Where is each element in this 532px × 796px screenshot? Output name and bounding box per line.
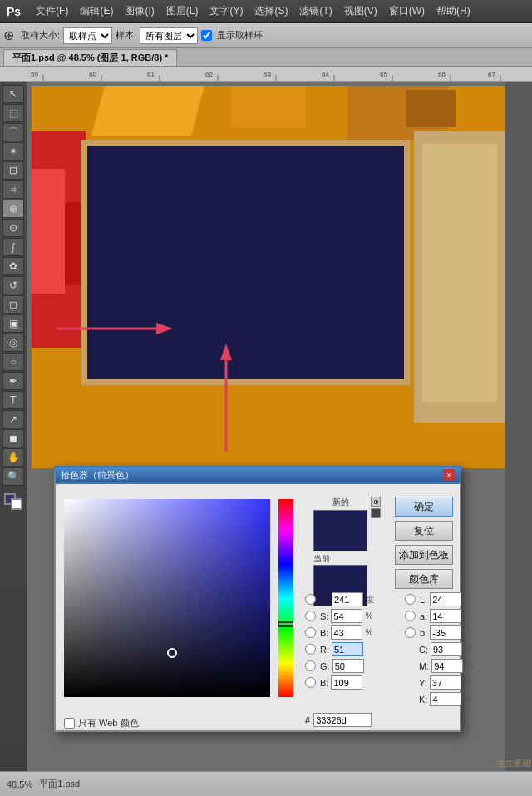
dialog-close-button[interactable]: × (443, 469, 455, 481)
Y-unit: % (464, 678, 471, 687)
document-tab[interactable]: 平面1.psd @ 48.5% (图层 1, RGB/8) * (3, 49, 177, 66)
color-inputs-lab-cmyk: L: a: b: C: % M: % (405, 592, 473, 706)
hand-tool[interactable]: ✋ (2, 448, 24, 467)
pen-tool[interactable]: ✒ (2, 372, 24, 390)
K-label: K: (419, 695, 427, 705)
L-input[interactable] (430, 592, 461, 606)
red-input[interactable] (332, 642, 363, 656)
eraser-tool[interactable]: ◻ (2, 295, 24, 314)
green-input-row: G: (305, 659, 374, 673)
new-color-swatch (313, 510, 367, 551)
L-radio[interactable] (405, 594, 416, 605)
blue-radio[interactable] (305, 677, 316, 688)
menu-layer[interactable]: 图层(L) (161, 2, 204, 20)
background-color-swatch[interactable] (11, 498, 22, 510)
blur-tool[interactable]: ◎ (2, 334, 24, 352)
a-input-row: a: (405, 609, 473, 623)
move-tool[interactable]: ↖ (2, 85, 24, 103)
green-label: G: (320, 661, 330, 671)
show-ring-label: 显示取样环 (217, 29, 263, 42)
menu-file[interactable]: 文件(F) (31, 2, 73, 20)
lasso-tool[interactable]: ⌒ (2, 123, 24, 141)
eyedropper-tool active[interactable]: ⊕ (2, 200, 24, 218)
new-color-label: 新的 (313, 497, 367, 508)
gradient-tool[interactable]: ▣ (2, 314, 24, 333)
svg-text:67: 67 (488, 71, 495, 78)
svg-text:65: 65 (380, 71, 387, 78)
path-selection-tool[interactable]: ↗ (2, 410, 24, 428)
green-input[interactable] (332, 659, 364, 673)
hue-slider[interactable] (278, 499, 293, 697)
add-swatch-button[interactable]: 添加到色板 (395, 545, 453, 565)
ps-logo: Ps (3, 3, 24, 20)
brightness-radio[interactable] (305, 627, 316, 638)
color-preview-area: 新的 当前 ⊕ (313, 497, 367, 606)
menu-window[interactable]: 窗口(W) (384, 2, 430, 20)
sample-source-select[interactable]: 所有图层 (140, 27, 198, 44)
hex-input[interactable] (313, 713, 372, 727)
Y-label: Y: (419, 678, 427, 688)
saturation-radio[interactable] (305, 611, 316, 621)
menu-image[interactable]: 图像(I) (120, 2, 159, 20)
reset-button[interactable]: 复位 (395, 521, 453, 541)
show-ring-checkbox[interactable] (201, 30, 212, 41)
hue-radio[interactable] (305, 594, 316, 605)
menu-view[interactable]: 视图(V) (339, 2, 382, 20)
color-swatch-small (371, 508, 381, 518)
Y-input-row: Y: % (405, 675, 473, 690)
dodge-tool[interactable]: ○ (2, 353, 24, 371)
menu-text[interactable]: 文字(Y) (204, 2, 248, 20)
b-input[interactable] (430, 625, 461, 640)
hex-label: # (305, 715, 310, 725)
L-label: L: (420, 595, 427, 605)
web-colors-checkbox[interactable] (64, 718, 75, 729)
sample-size-select[interactable]: 取样点 (63, 27, 112, 44)
menu-filter[interactable]: 滤镜(T) (294, 2, 337, 20)
magic-wand-tool[interactable]: ✶ (2, 142, 24, 161)
art-shape-top1 (91, 86, 204, 136)
art-shape-top2 (231, 86, 306, 127)
red-radio[interactable] (305, 644, 316, 655)
shape-tool[interactable]: ◼ (2, 429, 24, 447)
b-input-row: b: (405, 625, 473, 640)
M-input[interactable] (431, 659, 463, 673)
eyedropper-new-icon[interactable]: ⊕ (371, 497, 381, 507)
hue-input[interactable] (332, 592, 363, 606)
history-brush-tool[interactable]: ↺ (2, 276, 24, 294)
status-bar: 48.5% 平面1.psd (0, 771, 532, 796)
Y-input[interactable] (430, 675, 461, 690)
tab-bar: 平面1.psd @ 48.5% (图层 1, RGB/8) * (0, 48, 532, 67)
marquee-tool[interactable]: ⬚ (2, 104, 24, 122)
a-label: a: (420, 611, 427, 621)
spot-healing-tool[interactable]: ⊙ (2, 219, 24, 237)
a-input[interactable] (430, 609, 461, 623)
brush-tool[interactable]: ∫ (2, 238, 24, 256)
menu-help[interactable]: 帮助(H) (431, 2, 475, 20)
menu-select[interactable]: 选择(S) (249, 2, 293, 20)
blue-input[interactable] (331, 675, 362, 690)
brightness-input[interactable] (331, 625, 362, 640)
a-radio[interactable] (405, 611, 416, 621)
green-radio[interactable] (305, 660, 316, 671)
K-input[interactable] (430, 692, 461, 706)
menu-edit[interactable]: 编辑(E) (75, 2, 118, 20)
zoom-tool[interactable]: 🔍 (2, 467, 24, 486)
L-input-row: L: (405, 592, 473, 606)
slice-tool[interactable]: ⌗ (2, 180, 24, 199)
watermark: 生生景观 (497, 758, 530, 769)
C-input[interactable] (431, 642, 462, 656)
brightness-unit: % (365, 628, 372, 637)
color-library-button[interactable]: 颜色库 (395, 569, 453, 589)
web-colors-row: 只有 Web 颜色 (64, 717, 139, 729)
crop-tool[interactable]: ⊡ (2, 161, 24, 180)
art-red-rect2 (32, 169, 65, 294)
saturation-input[interactable] (331, 609, 362, 623)
color-spectrum-gradient[interactable] (64, 499, 270, 697)
text-tool[interactable]: T (2, 391, 24, 409)
M-input-row: M: % (405, 659, 473, 673)
b-radio[interactable] (405, 627, 416, 638)
art-right-panel2 (422, 144, 497, 402)
confirm-button[interactable]: 确定 (395, 497, 453, 517)
color-swatch-area (2, 492, 24, 510)
clone-stamp-tool[interactable]: ✿ (2, 257, 24, 275)
